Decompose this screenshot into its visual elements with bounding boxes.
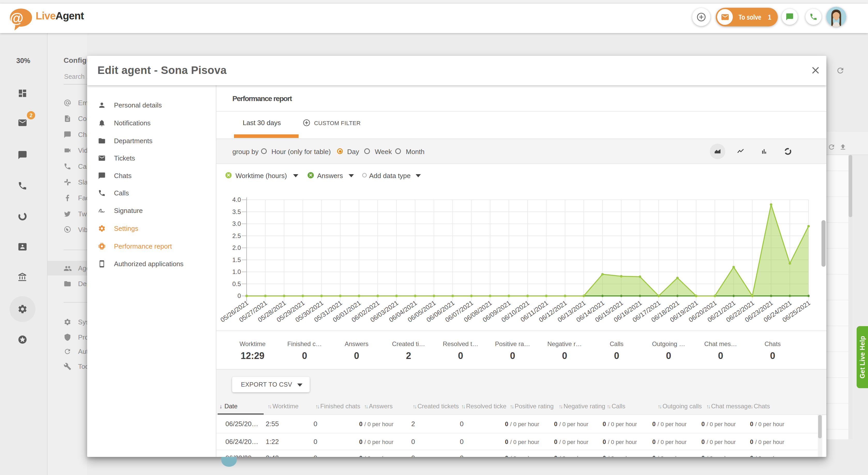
svg-text:4.0: 4.0 bbox=[232, 196, 241, 203]
svg-text:@: @ bbox=[10, 10, 24, 26]
svg-text:1.0: 1.0 bbox=[232, 268, 241, 275]
svg-text:2.5: 2.5 bbox=[232, 232, 241, 239]
svg-text:2.0: 2.0 bbox=[232, 244, 241, 251]
svg-text:1.5: 1.5 bbox=[232, 256, 241, 263]
svg-text:3.0: 3.0 bbox=[232, 220, 241, 227]
svg-text:0: 0 bbox=[238, 292, 241, 299]
svg-text:3.5: 3.5 bbox=[232, 208, 241, 215]
svg-text:0.5: 0.5 bbox=[232, 280, 241, 287]
